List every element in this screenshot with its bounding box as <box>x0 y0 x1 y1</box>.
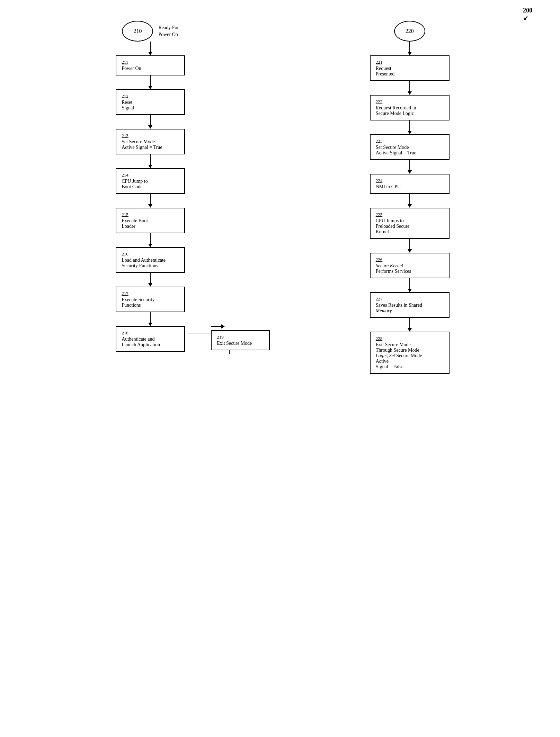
box-228-text: Exit Secure ModeThrough Secure ModeLogic… <box>376 342 422 369</box>
box-216: 216 Load and AuthenticateSecurity Functi… <box>116 247 185 273</box>
box-217: 217 Execute SecurityFunctions <box>116 287 185 312</box>
arrow-head <box>148 86 152 89</box>
arrow-head <box>148 204 152 208</box>
box-221-id: 221 <box>376 60 444 65</box>
box-221: 221 RequestPresented <box>370 55 450 81</box>
arrow-head <box>148 244 152 247</box>
branch-section: 218 Authenticate andLaunch Application <box>21 312 280 352</box>
arrow-line <box>150 312 151 323</box>
arrow-line <box>150 273 151 283</box>
diagram-number: 200 ↙ <box>523 7 532 22</box>
box-217-text: Execute SecurityFunctions <box>122 297 154 308</box>
arrow-head <box>408 52 412 55</box>
arrow-r5 <box>408 239 412 253</box>
box-225: 225 CPU Jumps toPreloaded SecureKernel <box>370 208 450 239</box>
arrow-head <box>408 204 412 208</box>
box-211-text: Power On <box>122 66 141 71</box>
arrow-head <box>148 165 152 168</box>
oval-210-id: 210 <box>133 28 142 34</box>
box-228-id: 228 <box>376 336 444 341</box>
arrow-r2 <box>408 120 412 134</box>
box-224-text: NMI to CPU <box>376 184 401 189</box>
box-218-text: Authenticate andLaunch Application <box>122 336 160 347</box>
arrow-head <box>408 91 412 95</box>
arrow-head <box>408 170 412 174</box>
arrow-r0 <box>408 42 412 55</box>
box-222-id: 222 <box>376 99 444 105</box>
box-224: 224 NMI to CPU <box>370 174 450 194</box>
box-219-wrapper: 219 Exit Secure Mode <box>211 324 270 350</box>
diagram-number-value: 200 <box>523 7 532 14</box>
box-214-id: 214 <box>122 172 179 178</box>
arrow-2 <box>148 115 152 129</box>
start-oval-220: 220 <box>394 21 425 42</box>
box-228: 228 Exit Secure ModeThrough Secure ModeL… <box>370 332 450 374</box>
box-215-id: 215 <box>122 212 179 217</box>
row-218-219: 218 Authenticate andLaunch Application <box>21 326 280 352</box>
arrow-r3 <box>408 160 412 174</box>
arrow-7 <box>148 312 152 326</box>
box-218: 218 Authenticate andLaunch Application <box>116 326 185 352</box>
right-flowchart: 220 221 RequestPresented 222 Request Rec… <box>280 21 540 374</box>
arrow-line <box>150 233 151 244</box>
box-226-text: Secure KernelPerforms Services <box>376 263 411 274</box>
box-223-id: 223 <box>376 138 444 144</box>
start-oval-wrapper: 210 Ready ForPower On <box>122 21 179 42</box>
arrow-4 <box>148 194 152 208</box>
arrow-h-head <box>221 324 225 329</box>
arrow-line <box>150 194 151 204</box>
box-218-id: 218 <box>122 330 179 336</box>
box-213-text: Set Secure ModeActive Signal = True <box>122 139 162 150</box>
arrow-head <box>408 131 412 134</box>
arrow-6 <box>148 273 152 287</box>
arrow-line <box>409 194 410 204</box>
box-219: 219 Exit Secure Mode <box>211 330 270 350</box>
arrow-head <box>148 323 152 326</box>
box-227: 227 Saves Results in SharedMemory <box>370 292 450 318</box>
left-flowchart: 210 Ready ForPower On 211 Power On 212 <box>21 21 280 374</box>
page: 200 ↙ 210 Ready ForPower On 211 Power On <box>0 0 560 737</box>
arrow-line <box>150 42 151 52</box>
box-217-id: 217 <box>122 291 179 296</box>
diagram-arrow: ↙ <box>523 15 528 21</box>
arrow-head <box>148 125 152 129</box>
arrow-r7 <box>408 318 412 332</box>
box-213-id: 213 <box>122 133 179 138</box>
arrow-head <box>408 328 412 332</box>
arrow-line <box>150 75 151 86</box>
arrow-r1 <box>408 81 412 95</box>
arrow-line <box>150 154 151 165</box>
oval-220-id: 220 <box>406 28 414 34</box>
arrow-5 <box>148 233 152 247</box>
arrow-r4 <box>408 194 412 208</box>
arrow-head <box>408 249 412 253</box>
box-212-text: ResetSignal <box>122 100 134 110</box>
arrow-head <box>408 289 412 292</box>
box-215-text: Execute BootLoader <box>122 218 148 229</box>
box-226-id: 226 <box>376 257 444 262</box>
box-214: 214 CPU Jump toBoot Code <box>116 168 185 194</box>
box-227-id: 227 <box>376 296 444 302</box>
arrow-3 <box>148 154 152 168</box>
box-225-id: 225 <box>376 212 444 217</box>
start-oval-210: 210 <box>122 21 153 42</box>
box-227-text: Saves Results in SharedMemory <box>376 303 422 313</box>
arrow-head <box>148 283 152 287</box>
box-223-text: Set Secure ModeActive Signal = True <box>376 145 416 155</box>
box-221-text: RequestPresented <box>376 66 394 77</box>
arrow-line <box>409 120 410 131</box>
box-216-text: Load and AuthenticateSecurity Functions <box>122 258 166 268</box>
box-219-id: 219 <box>217 334 264 340</box>
box-224-id: 224 <box>376 178 444 183</box>
box-225-text: CPU Jumps toPreloaded SecureKernel <box>376 218 410 234</box>
arrow-line <box>150 115 151 125</box>
box-216-id: 216 <box>122 251 179 257</box>
box-215: 215 Execute BootLoader <box>116 208 185 233</box>
arrow-head <box>148 52 152 55</box>
arrow-to-219 <box>211 324 270 329</box>
box-212: 212 ResetSignal <box>116 89 185 115</box>
arrow-1 <box>148 75 152 89</box>
arrow-r6 <box>408 278 412 292</box>
box-211-id: 211 <box>122 60 179 65</box>
oval-210-label: Ready ForPower On <box>158 24 179 38</box>
